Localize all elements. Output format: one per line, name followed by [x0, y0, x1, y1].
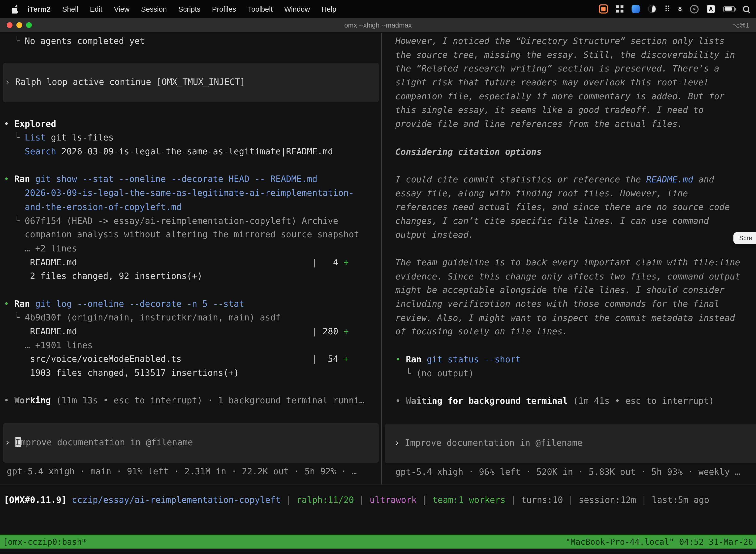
grid-menu-icon[interactable] [616, 5, 623, 12]
terminal-text: companion analysis without altering the … [4, 229, 359, 239]
terminal-text: references need actual files, and since … [395, 202, 730, 212]
cpu-gauge-icon[interactable]: .61 [690, 4, 699, 13]
terminal-text: Improve documentation in @filename [405, 437, 582, 447]
right-pane[interactable]: However, I noticed the “Directory Struct… [382, 33, 756, 484]
terminal-line: └ No agents completed yet [4, 34, 381, 48]
screen-edge-button[interactable]: Scre [734, 232, 756, 244]
terminal-text: | [354, 494, 370, 505]
input-source-icon[interactable]: A [707, 5, 715, 13]
menu-item-profiles[interactable]: Profiles [212, 5, 236, 13]
menu-item-iterm2[interactable]: iTerm2 [27, 5, 51, 13]
terminal-text: + [343, 257, 349, 267]
terminal-text: … +1901 lines [4, 340, 93, 350]
terminal-text: No agents completed yet [25, 36, 145, 46]
menu-item-help[interactable]: Help [321, 5, 336, 13]
terminal-text: [OMX#0.11.9] [4, 494, 72, 505]
terminal-text: └ 067f154 (HEAD -> essay/ai-reimplementa… [4, 215, 338, 226]
left-pane[interactable]: └ No agents completed yet › Ralph loop a… [0, 33, 381, 484]
terminal-line: › Improve documentation in @filename [394, 436, 756, 450]
screen-recording-indicator-icon[interactable] [599, 4, 608, 13]
apple-menu-icon[interactable] [12, 4, 19, 13]
terminal-line: this single essay, it seems like a good … [395, 104, 756, 117]
terminal-line: gpt-5.4 xhigh · main · 91% left · 2.31M … [7, 465, 381, 479]
terminal-text: changes, I can’t cite specific file line… [395, 216, 709, 226]
zoom-button[interactable] [26, 22, 32, 28]
terminal-text: evidence. Since this change only affects… [395, 271, 740, 281]
terminal-text: Ralph loop active continue [OMX_TMUX_INJ… [15, 76, 245, 87]
terminal-line: • Waiting for background terminal (1m 41… [395, 394, 756, 408]
terminal-line: README.md | 280 + [4, 325, 381, 339]
terminal-text [4, 146, 25, 156]
battery-fill [724, 7, 732, 11]
menu-item-session[interactable]: Session [141, 5, 167, 13]
terminal-line: including verification notes with those … [395, 297, 756, 311]
stat-digit-icon[interactable]: 8 [678, 5, 682, 12]
tmux-panes: └ No agents completed yet › Ralph loop a… [0, 33, 756, 485]
terminal-line: README.md | 4 + [4, 256, 381, 269]
terminal-line: changes, I can’t cite specific file line… [395, 214, 756, 228]
terminal-text: › [5, 437, 15, 447]
terminal-text: | [636, 494, 652, 505]
search-menu-icon[interactable] [743, 6, 749, 12]
menu-item-view[interactable]: View [114, 5, 129, 13]
terminal-text: Waiting for background terminal [406, 396, 568, 406]
terminal-text: └ 4b9d30f (origin/main, instructkr/main,… [4, 312, 281, 322]
terminal-text: I could cite commit statistics or refere… [395, 174, 646, 184]
terminal-text: git log --oneline --decorate -n 5 --stat [30, 298, 244, 309]
menu-item-edit[interactable]: Edit [90, 5, 102, 13]
terminal-text: git status --short [422, 354, 521, 364]
terminal-text: Explored [14, 119, 56, 129]
terminal-text: • [4, 395, 14, 405]
terminal-line: Search 2026-03-09-is-legal-the-same-as-l… [4, 145, 381, 159]
terminal-text: + [343, 354, 349, 364]
menu-item-scripts[interactable]: Scripts [178, 5, 200, 13]
terminal-line [395, 339, 756, 353]
terminal-line: the “Related research writing” section i… [395, 62, 756, 76]
terminal-line [395, 131, 756, 145]
right-prompt-input[interactable]: › Improve documentation in @filename [385, 424, 756, 463]
terminal-text: team:1 workers [432, 494, 505, 505]
terminal-line: review. Also, I might want to inspect th… [395, 311, 756, 325]
terminal-text: of focusing solely on file lines. [395, 326, 568, 337]
dots-grid-icon[interactable]: ⠿ [665, 4, 670, 13]
terminal-text: | [505, 494, 521, 505]
terminal-text: git show --stat --oneline --decorate HEA… [30, 174, 317, 184]
terminal-text: src/voice/voiceModeEnabled.ts | 54 [4, 354, 343, 364]
terminal-line: … +2 lines [4, 242, 381, 256]
terminal-text: the “Related research writing” section i… [395, 63, 719, 73]
terminal-text: • [4, 298, 14, 309]
terminal-text: companion file, especially if more comme… [395, 91, 724, 101]
terminal-text: Ran [14, 174, 30, 184]
terminal-line: src/voice/voiceModeEnabled.ts | 54 + [4, 352, 381, 366]
battery-icon[interactable] [723, 6, 735, 12]
terminal-line: └ 067f154 (HEAD -> essay/ai-reimplementa… [4, 214, 381, 228]
window-title: omx --xhigh --madmax [344, 21, 412, 29]
terminal-text: List [25, 132, 46, 143]
terminal-line: 2 files changed, 92 insertions(+) [4, 269, 381, 283]
terminal-line [395, 242, 756, 256]
terminal-text: 2 files changed, 92 insertions(+) [4, 271, 203, 281]
terminal-line: of focusing solely on file lines. [395, 325, 756, 339]
terminal-line: └ (no output) [395, 366, 756, 380]
left-prompt-input[interactable]: › Improve documentation in @filename [3, 423, 379, 463]
menu-item-shell[interactable]: Shell [62, 5, 78, 13]
terminal-line [4, 159, 381, 172]
menu-item-toolbelt[interactable]: Toolbelt [248, 5, 273, 13]
terminal-line: the source tree, missing the essay. Stil… [395, 48, 756, 62]
terminal-line: Considering citation options [395, 145, 756, 159]
terminal-text: … +2 lines [4, 243, 77, 253]
close-button[interactable] [7, 22, 12, 28]
terminal-line [395, 380, 756, 394]
launcher-app-icon[interactable] [632, 5, 640, 13]
terminal: └ No agents completed yet › Ralph loop a… [0, 33, 756, 554]
terminal-line [395, 159, 756, 173]
terminal-text: However, I noticed the “Directory Struct… [395, 36, 724, 46]
terminal-text: Working [14, 395, 51, 405]
menu-item-window[interactable]: Window [284, 5, 310, 13]
terminal-text: › [394, 437, 405, 447]
terminal-text: | [563, 494, 579, 505]
terminal-text: I [15, 437, 20, 447]
circle-app-icon[interactable] [648, 5, 656, 13]
minimize-button[interactable] [16, 22, 22, 28]
terminal-text: essay file, along with finding root file… [395, 188, 688, 198]
